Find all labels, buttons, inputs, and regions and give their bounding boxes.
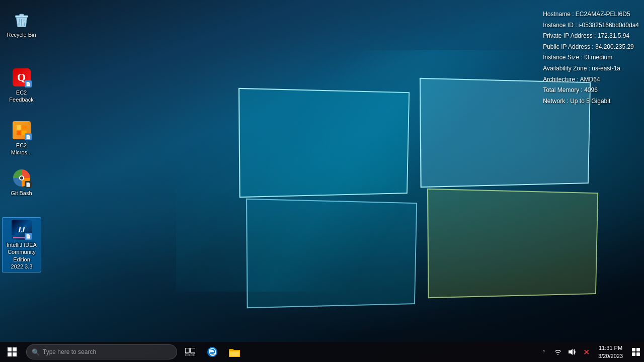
svg-rect-16 [13,352,17,356]
svg-rect-15 [8,352,12,356]
clock-display[interactable]: 11:31 PM 3/20/2023 [593,342,628,362]
ec2-feedback-icon[interactable]: Q 📄 EC2Feedback [3,65,40,106]
logo-top-left [238,88,410,198]
clock-date: 3/20/2023 [598,352,623,360]
svg-rect-21 [193,354,195,356]
logo-bottom-right [427,189,598,298]
search-bar[interactable]: 🔍 [26,344,177,359]
availability-zone-line: Availability Zone : us-east-1a [543,63,639,74]
svg-rect-28 [632,352,635,356]
svg-point-12 [20,176,23,179]
instance-size-line: Instance Size : t3.medium [543,52,639,63]
notification-button[interactable] [628,342,644,362]
tray-expand-button[interactable]: ⌃ [537,342,551,362]
recycle-bin-image [12,10,32,30]
intellij-idea-icon[interactable]: IJ 📄 IntelliJ IDEACommunityEdition2022.3… [2,217,41,273]
svg-rect-20 [189,354,192,356]
git-bash-label: Git Bash [11,190,32,197]
svg-marker-25 [569,349,573,355]
svg-rect-14 [13,347,17,351]
ec2-microsoft-image: 📄 [12,120,32,140]
git-bash-icon[interactable]: 📄 Git Bash [3,166,40,199]
public-ip-line: Public IP Address : 34.200.235.29 [543,42,639,53]
svg-rect-19 [185,354,188,356]
task-view-button[interactable] [179,342,201,362]
svg-rect-27 [636,348,640,351]
ec2-feedback-label: EC2Feedback [9,89,33,104]
svg-rect-24 [230,351,239,356]
network-line: Network : Up to 5 Gigabit [543,96,639,107]
recycle-bin-icon[interactable]: Recycle Bin [3,8,40,40]
instance-id-line: Instance ID : i-053825166bd0d0da4 [543,20,639,31]
ec2-microsoft-label: EC2Micros... [11,142,32,156]
desktop: Recycle Bin Q 📄 EC2Feedback 📄 EC2Mi [0,0,644,362]
windows-logo [176,50,579,292]
taskbar: 🔍 [0,342,644,362]
svg-rect-7 [17,125,21,130]
file-explorer-button[interactable] [223,342,246,362]
architecture-line: Architecture : AMD64 [543,74,639,85]
svg-rect-13 [8,347,12,351]
search-icon: 🔍 [32,348,40,356]
ec2-microsoft-icon[interactable]: 📄 EC2Micros... [3,118,40,158]
total-memory-line: Total Memory : 4096 [543,85,639,96]
security-tray-icon[interactable]: ✕ [579,342,593,362]
system-info-panel: Hostname : EC2AMAZ-PELI6D5 Instance ID :… [543,9,639,107]
svg-rect-29 [636,352,640,356]
hostname-line: Hostname : EC2AMAZ-PELI6D5 [543,9,639,20]
recycle-bin-label: Recycle Bin [7,31,36,38]
svg-rect-18 [191,348,195,353]
logo-bottom-left [246,199,417,308]
start-button[interactable] [0,342,24,362]
taskbar-tray: ⌃ ✕ [537,342,644,362]
svg-rect-9 [17,131,21,135]
network-tray-icon[interactable] [551,342,565,362]
intellij-idea-image: IJ 📄 [12,220,32,240]
svg-rect-26 [632,348,635,351]
intellij-idea-label: IntelliJ IDEACommunityEdition2022.3.3 [7,241,37,270]
svg-rect-8 [22,125,27,130]
private-ip-line: Private IP Address : 172.31.5.94 [543,31,639,42]
edge-browser-button[interactable] [201,342,223,362]
clock-time: 11:31 PM [599,344,622,352]
volume-tray-icon[interactable] [565,342,579,362]
ec2-feedback-image: Q 📄 [12,67,32,87]
search-input[interactable] [43,348,172,355]
git-bash-image: 📄 [12,168,32,188]
svg-rect-17 [185,348,189,353]
svg-rect-2 [19,14,24,16]
